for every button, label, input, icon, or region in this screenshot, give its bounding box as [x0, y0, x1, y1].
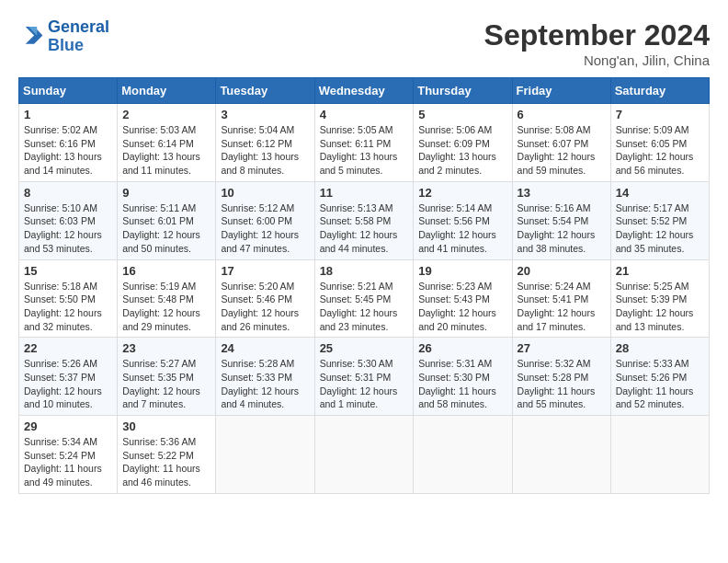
calendar-cell: 2Sunrise: 5:03 AM Sunset: 6:14 PM Daylig… — [118, 104, 216, 182]
day-number: 27 — [518, 341, 606, 355]
day-number: 24 — [221, 341, 309, 355]
day-details: Sunrise: 5:02 AM Sunset: 6:16 PM Dayligh… — [24, 123, 112, 178]
day-details: Sunrise: 5:17 AM Sunset: 5:52 PM Dayligh… — [616, 201, 704, 256]
day-details: Sunrise: 5:19 AM Sunset: 5:48 PM Dayligh… — [122, 280, 210, 334]
day-number: 2 — [122, 108, 210, 121]
day-details: Sunrise: 5:16 AM Sunset: 5:54 PM Dayligh… — [518, 201, 606, 256]
calendar-cell: 5Sunrise: 5:06 AM Sunset: 6:09 PM Daylig… — [414, 104, 512, 182]
calendar-cell: 6Sunrise: 5:08 AM Sunset: 6:07 PM Daylig… — [512, 104, 610, 182]
calendar-week-row: 22Sunrise: 5:26 AM Sunset: 5:37 PM Dayli… — [19, 338, 710, 416]
day-number: 5 — [418, 108, 506, 121]
weekday-header: Friday — [512, 78, 610, 104]
calendar-cell: 29Sunrise: 5:34 AM Sunset: 5:24 PM Dayli… — [19, 416, 118, 494]
calendar-cell: 23Sunrise: 5:27 AM Sunset: 5:35 PM Dayli… — [118, 338, 216, 416]
day-number: 10 — [221, 186, 309, 200]
calendar-cell: 30Sunrise: 5:36 AM Sunset: 5:22 PM Dayli… — [118, 416, 216, 494]
calendar-week-row: 1Sunrise: 5:02 AM Sunset: 6:16 PM Daylig… — [19, 104, 710, 182]
day-number: 4 — [320, 108, 409, 121]
day-details: Sunrise: 5:13 AM Sunset: 5:58 PM Dayligh… — [320, 201, 409, 256]
day-number: 7 — [616, 108, 704, 121]
day-number: 20 — [518, 264, 606, 278]
calendar-cell: 18Sunrise: 5:21 AM Sunset: 5:45 PM Dayli… — [314, 259, 414, 338]
day-details: Sunrise: 5:18 AM Sunset: 5:50 PM Dayligh… — [24, 280, 112, 334]
day-details: Sunrise: 5:09 AM Sunset: 6:05 PM Dayligh… — [616, 123, 704, 178]
day-details: Sunrise: 5:30 AM Sunset: 5:31 PM Dayligh… — [320, 357, 409, 411]
calendar-cell: 21Sunrise: 5:25 AM Sunset: 5:39 PM Dayli… — [610, 259, 709, 338]
day-details: Sunrise: 5:11 AM Sunset: 6:01 PM Dayligh… — [122, 201, 210, 256]
calendar-cell: 4Sunrise: 5:05 AM Sunset: 6:11 PM Daylig… — [314, 104, 414, 182]
logo-icon — [18, 24, 44, 50]
day-number: 14 — [616, 186, 704, 200]
day-number: 30 — [122, 419, 210, 433]
day-number: 28 — [616, 341, 704, 355]
logo-text: General Blue — [48, 18, 109, 55]
calendar-cell: 27Sunrise: 5:32 AM Sunset: 5:28 PM Dayli… — [512, 338, 610, 416]
day-number: 21 — [616, 264, 704, 278]
calendar-cell: 22Sunrise: 5:26 AM Sunset: 5:37 PM Dayli… — [19, 338, 118, 416]
day-details: Sunrise: 5:20 AM Sunset: 5:46 PM Dayligh… — [221, 280, 309, 334]
calendar-cell — [610, 416, 709, 494]
day-number: 3 — [221, 108, 309, 121]
calendar-cell: 20Sunrise: 5:24 AM Sunset: 5:41 PM Dayli… — [512, 259, 610, 338]
calendar-cell: 15Sunrise: 5:18 AM Sunset: 5:50 PM Dayli… — [19, 259, 118, 338]
calendar-table: SundayMondayTuesdayWednesdayThursdayFrid… — [18, 77, 710, 494]
day-number: 6 — [518, 108, 606, 121]
calendar-week-row: 29Sunrise: 5:34 AM Sunset: 5:24 PM Dayli… — [19, 416, 710, 494]
logo: General Blue — [18, 18, 109, 55]
day-number: 13 — [518, 186, 606, 200]
weekday-header: Saturday — [610, 78, 709, 104]
day-details: Sunrise: 5:32 AM Sunset: 5:28 PM Dayligh… — [518, 357, 606, 411]
calendar-cell — [512, 416, 610, 494]
day-details: Sunrise: 5:25 AM Sunset: 5:39 PM Dayligh… — [616, 280, 704, 334]
day-details: Sunrise: 5:05 AM Sunset: 6:11 PM Dayligh… — [320, 123, 409, 178]
calendar-cell: 9Sunrise: 5:11 AM Sunset: 6:01 PM Daylig… — [118, 181, 216, 259]
day-details: Sunrise: 5:10 AM Sunset: 6:03 PM Dayligh… — [24, 201, 112, 256]
day-number: 26 — [418, 341, 506, 355]
calendar-cell: 10Sunrise: 5:12 AM Sunset: 6:00 PM Dayli… — [216, 181, 314, 259]
month-title: September 2024 — [484, 18, 710, 52]
day-details: Sunrise: 5:14 AM Sunset: 5:56 PM Dayligh… — [418, 201, 506, 256]
calendar-cell: 11Sunrise: 5:13 AM Sunset: 5:58 PM Dayli… — [314, 181, 414, 259]
day-details: Sunrise: 5:33 AM Sunset: 5:26 PM Dayligh… — [616, 357, 704, 411]
day-number: 19 — [418, 264, 506, 278]
calendar-cell: 26Sunrise: 5:31 AM Sunset: 5:30 PM Dayli… — [414, 338, 512, 416]
day-details: Sunrise: 5:08 AM Sunset: 6:07 PM Dayligh… — [518, 123, 606, 178]
calendar-cell: 14Sunrise: 5:17 AM Sunset: 5:52 PM Dayli… — [610, 181, 709, 259]
day-details: Sunrise: 5:36 AM Sunset: 5:22 PM Dayligh… — [122, 435, 210, 489]
day-details: Sunrise: 5:28 AM Sunset: 5:33 PM Dayligh… — [221, 357, 309, 411]
day-details: Sunrise: 5:04 AM Sunset: 6:12 PM Dayligh… — [221, 123, 309, 178]
calendar-cell — [216, 416, 314, 494]
day-number: 15 — [24, 264, 112, 278]
weekday-header: Monday — [118, 78, 216, 104]
calendar-cell: 7Sunrise: 5:09 AM Sunset: 6:05 PM Daylig… — [610, 104, 709, 182]
weekday-header: Wednesday — [314, 78, 414, 104]
day-number: 29 — [24, 419, 112, 433]
day-details: Sunrise: 5:26 AM Sunset: 5:37 PM Dayligh… — [24, 357, 112, 411]
day-number: 17 — [221, 264, 309, 278]
day-details: Sunrise: 5:34 AM Sunset: 5:24 PM Dayligh… — [24, 435, 112, 489]
calendar-header-row: SundayMondayTuesdayWednesdayThursdayFrid… — [19, 78, 710, 104]
day-details: Sunrise: 5:31 AM Sunset: 5:30 PM Dayligh… — [418, 357, 506, 411]
title-block: September 2024 Nong'an, Jilin, China — [484, 18, 710, 68]
day-number: 25 — [320, 341, 409, 355]
day-number: 18 — [320, 264, 409, 278]
day-details: Sunrise: 5:06 AM Sunset: 6:09 PM Dayligh… — [418, 123, 506, 178]
calendar-cell: 1Sunrise: 5:02 AM Sunset: 6:16 PM Daylig… — [19, 104, 118, 182]
calendar-cell: 3Sunrise: 5:04 AM Sunset: 6:12 PM Daylig… — [216, 104, 314, 182]
calendar-cell: 12Sunrise: 5:14 AM Sunset: 5:56 PM Dayli… — [414, 181, 512, 259]
calendar-cell: 28Sunrise: 5:33 AM Sunset: 5:26 PM Dayli… — [610, 338, 709, 416]
calendar-cell — [314, 416, 414, 494]
day-number: 9 — [122, 186, 210, 200]
calendar-cell — [414, 416, 512, 494]
calendar-week-row: 8Sunrise: 5:10 AM Sunset: 6:03 PM Daylig… — [19, 181, 710, 259]
page-header: General Blue September 2024 Nong'an, Jil… — [18, 18, 710, 68]
weekday-header: Thursday — [414, 78, 512, 104]
day-number: 23 — [122, 341, 210, 355]
calendar-week-row: 15Sunrise: 5:18 AM Sunset: 5:50 PM Dayli… — [19, 259, 710, 338]
day-number: 22 — [24, 341, 112, 355]
location: Nong'an, Jilin, China — [484, 52, 710, 68]
day-details: Sunrise: 5:24 AM Sunset: 5:41 PM Dayligh… — [518, 280, 606, 334]
day-details: Sunrise: 5:21 AM Sunset: 5:45 PM Dayligh… — [320, 280, 409, 334]
calendar-cell: 13Sunrise: 5:16 AM Sunset: 5:54 PM Dayli… — [512, 181, 610, 259]
weekday-header: Sunday — [19, 78, 118, 104]
